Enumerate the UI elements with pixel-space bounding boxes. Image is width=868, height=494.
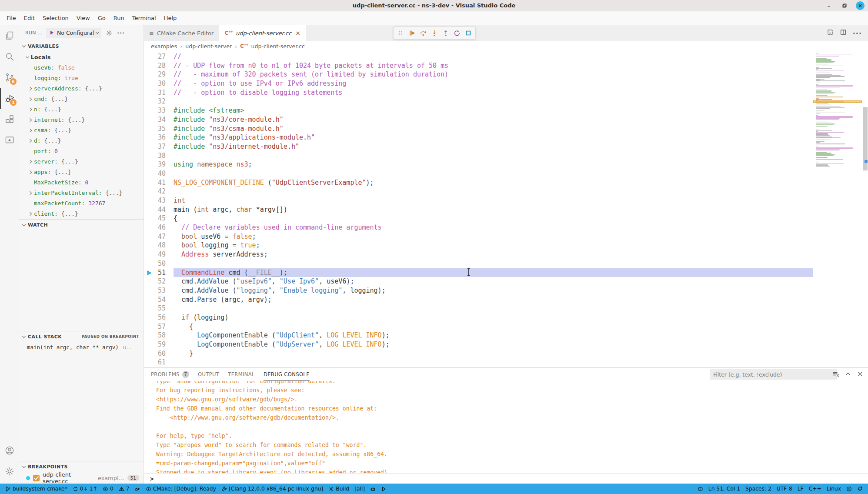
breadcrumb-item[interactable]: udp-client-server xyxy=(185,43,232,50)
maximize-panel-icon[interactable] xyxy=(845,370,851,377)
variable-row[interactable]: logging: true xyxy=(19,73,144,83)
menu-help[interactable]: Help xyxy=(160,13,181,23)
step-into-button[interactable] xyxy=(429,27,440,39)
minimize-button[interactable]: – xyxy=(825,1,833,10)
step-over-button[interactable] xyxy=(417,27,429,39)
call-stack-section-header[interactable]: CALL STACK PAUSED ON BREAKPOINT xyxy=(19,331,144,342)
menu-file[interactable]: File xyxy=(3,13,20,23)
variable-row[interactable]: MaxPacketSize: 0 xyxy=(19,177,144,188)
launch-configuration-dropdown[interactable]: No Configural xyxy=(46,28,101,38)
continue-button[interactable] xyxy=(406,27,417,39)
variables-section-header[interactable]: VARIABLES xyxy=(19,41,144,52)
breakpoints-section-header[interactable]: BREAKPOINTS xyxy=(19,461,144,472)
code-line-41[interactable]: 41NS_LOG_COMPONENT_DEFINE ("UdpClientSer… xyxy=(144,178,813,187)
variable-row[interactable]: interPacketInterval: {...} xyxy=(19,188,144,198)
status-cmake-build[interactable]: Build xyxy=(326,484,352,494)
activity-extensions[interactable] xyxy=(0,109,19,130)
tab-udp-client-server[interactable]: Cudp-client-server.cc× xyxy=(219,25,306,41)
status-language-mode[interactable]: C++ xyxy=(806,484,824,494)
variable-row[interactable]: useV6: false xyxy=(19,63,144,73)
breakpoint-item[interactable]: udp-client-server.cc exampl… 51 xyxy=(19,472,144,484)
code-line-57[interactable]: 57 { xyxy=(144,322,813,331)
debug-console-output[interactable]: Type "show configuration" for configurat… xyxy=(144,381,868,474)
variable-row[interactable]: n: {...} xyxy=(19,104,144,115)
status-encoding[interactable]: UTF-8 xyxy=(774,484,795,494)
status-feedback[interactable] xyxy=(844,484,855,494)
code-line-61[interactable]: 61 xyxy=(144,358,813,367)
code-line-48[interactable]: 48 bool logging = true; xyxy=(144,241,813,250)
status-git-branch[interactable]: buildsystem-cmake* xyxy=(3,484,70,494)
variable-row[interactable]: serverAddress: {...} xyxy=(19,83,144,94)
more-actions-icon[interactable]: ··· xyxy=(117,30,125,36)
status-warnings[interactable]: 7 xyxy=(116,484,132,494)
code-lines[interactable]: 27//28// - UDP flow from n0 to n1 of 102… xyxy=(144,51,813,367)
code-line-33[interactable]: 33#include <fstream> xyxy=(144,106,813,115)
status-os[interactable]: Linux xyxy=(824,484,844,494)
code-line-51[interactable]: 51 CommandLine cmd (__FILE__); xyxy=(144,268,813,277)
debug-console-input[interactable]: > xyxy=(144,473,868,484)
code-line-42[interactable]: 42 xyxy=(144,187,813,196)
status-eol[interactable]: LF xyxy=(795,484,806,494)
code-line-35[interactable]: 35#include "ns3/csma-module.h" xyxy=(144,124,813,134)
menu-view[interactable]: View xyxy=(73,13,94,23)
close-icon[interactable]: × xyxy=(295,30,300,37)
activity-explorer[interactable] xyxy=(0,25,19,46)
code-line-59[interactable]: 59 LogComponentEnable ("UdpServer", LOG_… xyxy=(144,340,813,349)
variable-row[interactable]: internet: {...} xyxy=(19,115,144,125)
split-editor-button[interactable] xyxy=(840,29,847,37)
watch-section-header[interactable]: WATCH xyxy=(19,219,144,230)
code-line-40[interactable]: 40 xyxy=(144,169,813,178)
panel-tab-problems[interactable]: PROBLEMS7 xyxy=(151,368,189,381)
code-line-54[interactable]: 54 cmd.Parse (argc, argv); xyxy=(144,295,813,304)
menu-go[interactable]: Go xyxy=(94,13,110,23)
code-line-31[interactable]: 31// - option to disable logging stateme… xyxy=(144,88,813,97)
activity-run-and-debug[interactable]: 1 xyxy=(0,88,19,109)
status-build-target[interactable]: [all] xyxy=(352,484,367,494)
status-indentation[interactable]: Spaces: 2 xyxy=(743,484,774,494)
menu-edit[interactable]: Edit xyxy=(20,13,39,23)
menu-selection[interactable]: Selection xyxy=(39,13,73,23)
code-line-49[interactable]: 49 Address serverAddress; xyxy=(144,250,813,259)
code-line-27[interactable]: 27// xyxy=(144,52,813,61)
breakpoint-checkbox[interactable] xyxy=(33,475,40,481)
code-line-52[interactable]: 52 cmd.AddValue ("useIpv6", "Use Ipv6", … xyxy=(144,277,813,286)
activity-manage[interactable] xyxy=(0,461,19,482)
status-cmake-debug-target[interactable] xyxy=(367,484,378,494)
status-sync-changes[interactable]: 0↓ 1↑ xyxy=(70,484,100,494)
restart-button[interactable] xyxy=(451,27,463,39)
step-out-button[interactable] xyxy=(440,27,451,39)
variable-row[interactable]: port: 0 xyxy=(19,146,144,157)
variable-row[interactable]: csma: {...} xyxy=(19,125,144,136)
status-cursor-position[interactable]: Ln 51, Col 1 xyxy=(706,484,743,494)
code-line-56[interactable]: 56 if (logging) xyxy=(144,313,813,322)
variable-row[interactable]: maxPacketCount: 32767 xyxy=(19,198,144,209)
activity-search[interactable] xyxy=(0,46,19,67)
tab-cmake-cache-editor[interactable]: ≡CMake Cache Editor xyxy=(144,25,219,41)
code-line-45[interactable]: 45{ xyxy=(144,214,813,223)
code-line-39[interactable]: 39using namespace ns3; xyxy=(144,160,813,169)
gear-icon[interactable] xyxy=(106,30,113,37)
code-line-46[interactable]: 46 // Declare variables used in command-… xyxy=(144,223,813,232)
code-line-28[interactable]: 28// - UDP flow from n0 to n1 of 1024 by… xyxy=(144,61,813,70)
close-button[interactable]: × xyxy=(856,1,865,10)
status-notifications[interactable] xyxy=(855,484,865,494)
code-line-44[interactable]: 44main (int argc, char *argv[]) xyxy=(144,205,813,214)
code-line-30[interactable]: 30// - option to use IPv4 or IPv6 addres… xyxy=(144,79,813,88)
variable-row[interactable]: cmd: {...} xyxy=(19,94,144,104)
close-panel-icon[interactable] xyxy=(857,370,864,377)
more-actions-icon[interactable]: ··· xyxy=(853,29,862,37)
code-line-58[interactable]: 58 LogComponentEnable ("UdpClient", LOG_… xyxy=(144,331,813,340)
code-line-47[interactable]: 47 bool useV6 = false; xyxy=(144,232,813,241)
stack-frame[interactable]: main(int argc, char ** argv) u… xyxy=(19,342,144,353)
variable-row[interactable]: apps: {...} xyxy=(19,167,144,177)
restore-button[interactable] xyxy=(840,1,849,10)
code-line-60[interactable]: 60 } xyxy=(144,349,813,358)
code-line-36[interactable]: 36#include "ns3/applications-module.h" xyxy=(144,133,813,142)
variable-row[interactable]: client: {...} xyxy=(19,209,144,219)
status-cmake-debug[interactable] xyxy=(132,484,143,494)
status-errors[interactable]: 0 xyxy=(100,484,116,494)
breadcrumb-item[interactable]: examples xyxy=(151,43,177,50)
status-cmake-kit[interactable]: [Clang 12.0.0 x86_64-pc-linux-gnu] xyxy=(219,484,326,494)
panel-tab-output[interactable]: OUTPUT xyxy=(198,368,219,381)
status-remote-indicator[interactable] xyxy=(695,484,706,494)
